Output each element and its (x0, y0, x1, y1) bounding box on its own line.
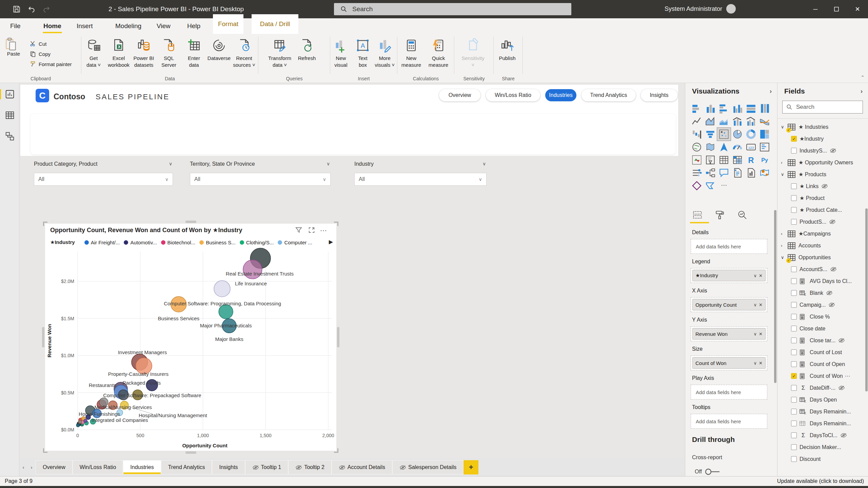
format-painter-button[interactable]: Format painter (30, 59, 72, 69)
table-node--opportunity-owners[interactable]: ›★ Opportunity Owners (777, 157, 865, 168)
page-tab-account-details[interactable]: Account Details (332, 460, 392, 474)
field-node-discount[interactable]: Discount (777, 453, 865, 465)
data-view-icon[interactable] (5, 110, 15, 120)
menu-modeling[interactable]: Modeling (112, 18, 145, 34)
field-node-count-of-lost[interactable]: Count of Lost (777, 346, 865, 358)
field-node--product[interactable]: ★ Product (777, 192, 865, 204)
visual-filter-icon[interactable] (295, 226, 304, 234)
page-tab-salesperson-details[interactable]: Salesperson Details (392, 460, 463, 474)
new-page-button[interactable]: + (463, 460, 478, 474)
tab-fields[interactable] (690, 209, 705, 221)
field-dropdown-icon[interactable]: ∨ (754, 361, 757, 366)
field-checkbox[interactable] (791, 207, 797, 213)
table-node-accounts[interactable]: ›Accounts (777, 240, 865, 251)
table-node--industries[interactable]: ∨✓★ Industries (777, 121, 865, 133)
field-node-count-of-open[interactable]: Count of Open (777, 358, 865, 370)
filter-dropdown-1[interactable]: All∨ (190, 173, 331, 186)
drag-handle-top[interactable] (185, 221, 196, 223)
scatter-visual-icon[interactable] (717, 128, 731, 141)
field-node-blank[interactable]: ΣBlank (777, 287, 865, 299)
r-script-visual-icon[interactable]: R (744, 154, 758, 166)
global-search-input[interactable]: Search (334, 3, 571, 15)
table-node-opportunities[interactable]: ∨✓Opportunities (777, 251, 865, 263)
nav-overview[interactable]: Overview (439, 89, 480, 101)
clustered-bar-visual-icon[interactable] (717, 102, 731, 115)
expand-icon[interactable]: ∨ (781, 124, 786, 129)
field-checkbox[interactable] (791, 326, 797, 331)
filter-collapse-icon[interactable]: ∨ (169, 161, 172, 166)
key-influencers-visual-icon[interactable] (690, 166, 704, 179)
maximize-button[interactable] (826, 0, 847, 18)
drag-handle-right[interactable] (337, 327, 339, 347)
field-checkbox[interactable] (791, 421, 797, 426)
pct-stacked-column-visual-icon[interactable] (758, 102, 771, 115)
field-checkbox[interactable] (791, 456, 797, 462)
map-visual-icon[interactable] (690, 141, 704, 154)
field-node--links[interactable]: ★ Links (777, 180, 865, 192)
table-visual-icon[interactable] (717, 154, 731, 166)
qa-visual-icon[interactable] (717, 166, 731, 179)
field-node-decision-maker-[interactable]: Decision Maker... (777, 441, 865, 453)
minimize-button[interactable]: ─ (805, 0, 826, 18)
field-node-days-open[interactable]: ΣDays Open (777, 394, 865, 406)
field-checkbox[interactable]: ✓ (791, 136, 797, 142)
sql-server-button[interactable]: SQLServer (157, 36, 181, 68)
menu-data---drill[interactable]: Data / Drill (252, 14, 298, 34)
field-checkbox[interactable] (791, 361, 797, 367)
menu-help[interactable]: Help (184, 18, 204, 34)
filter-collapse-icon[interactable]: ∨ (327, 161, 330, 166)
viz-pane-collapse-icon[interactable]: › (770, 88, 772, 95)
pct-stacked-bar-visual-icon[interactable] (744, 102, 758, 115)
field-node-daystocl-[interactable]: ΣDaysToCl... (777, 429, 865, 441)
cross-report-toggle[interactable]: Off (695, 468, 720, 475)
multi-row-card-visual-icon[interactable] (758, 141, 771, 154)
power-automate-visual-icon[interactable] (704, 179, 717, 192)
field-checkbox[interactable] (791, 302, 797, 308)
field-node-count-of-won[interactable]: ✓Count of Won⋯ (777, 370, 865, 382)
copy-button[interactable]: Copy (30, 49, 72, 59)
field-checkbox[interactable] (791, 409, 797, 414)
field-dropdown-icon[interactable]: ∨ (754, 273, 757, 278)
decomposition-tree-visual-icon[interactable] (704, 166, 717, 179)
field-node-close-[interactable]: Close % (777, 311, 865, 323)
donut-visual-icon[interactable] (744, 128, 758, 141)
save-icon[interactable] (12, 5, 21, 14)
tab-format[interactable] (712, 209, 727, 221)
table-node--products[interactable]: ∨★ Products (777, 168, 865, 180)
clustered-column-visual-icon[interactable] (731, 102, 744, 115)
field-more-icon[interactable]: ⋯ (845, 373, 851, 379)
field-checkbox[interactable] (791, 444, 797, 450)
field-checkbox[interactable] (791, 385, 797, 391)
area-visual-icon[interactable] (704, 115, 717, 128)
menu-home[interactable]: Home (40, 18, 65, 34)
dataverse-button[interactable]: Dataverse (207, 36, 231, 68)
kpi-visual-icon[interactable] (690, 154, 704, 166)
well-details[interactable]: Add data fields here (691, 239, 767, 254)
collapse-ribbon-icon[interactable]: ⌃ (861, 75, 865, 80)
pie-visual-icon[interactable] (731, 128, 744, 141)
field-node-campaig-[interactable]: Campaig... (777, 299, 865, 311)
page-tab-trend-analytics[interactable]: Trend Analytics (161, 460, 212, 474)
power-bi-datasets-button[interactable]: Power BIdatasets (132, 36, 156, 68)
field-dropdown-icon[interactable]: ∨ (754, 302, 757, 307)
model-view-icon[interactable] (5, 131, 15, 141)
treemap-visual-icon[interactable] (758, 128, 771, 141)
stacked-bar-visual-icon[interactable] (690, 102, 704, 115)
get-data-button[interactable]: Getdata ˅ (81, 36, 106, 68)
field-remove-icon[interactable]: ✕ (759, 361, 763, 366)
viz-pane-scrollbar[interactable] (774, 210, 776, 383)
python-visual-icon[interactable]: Py (758, 154, 771, 166)
field-remove-icon[interactable]: ✕ (759, 331, 763, 337)
field-checkbox[interactable] (791, 278, 797, 284)
page-tab-tooltip-2[interactable]: Tooltip 2 (288, 460, 332, 474)
nav-insights[interactable]: Insights (641, 89, 677, 101)
fields-pane-collapse-icon[interactable]: › (861, 88, 863, 95)
field-node-avg-days-to-cl-[interactable]: AVG Days to Cl... (777, 275, 865, 287)
transform-data-button[interactable]: Transformdata ˅ (267, 36, 293, 68)
page-tab-tooltip-1[interactable]: Tooltip 1 (245, 460, 289, 474)
close-button[interactable]: ✕ (847, 0, 868, 18)
drag-handle-left[interactable] (42, 327, 44, 347)
enter-data-button[interactable]: Enterdata (182, 36, 206, 68)
field-node-days-remainin-[interactable]: Days Remainin... (777, 418, 865, 429)
nav-win-loss-ratio[interactable]: Win/Loss Ratio (486, 89, 540, 101)
